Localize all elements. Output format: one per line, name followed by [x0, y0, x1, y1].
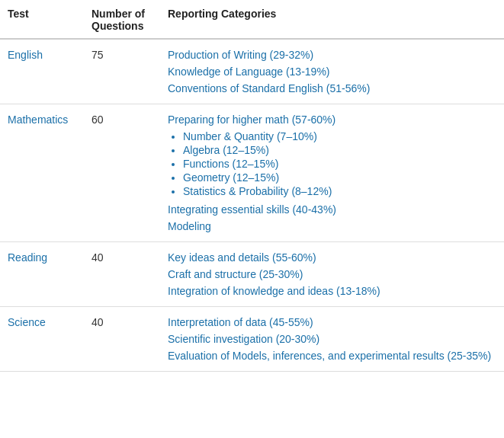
questions-cell: 40 [84, 307, 160, 372]
sub-category-list: Number & Quantity (7–10%)Algebra (12–15%… [168, 130, 496, 197]
category-link[interactable]: Modeling [168, 220, 496, 232]
test-cell: Mathematics [0, 104, 84, 242]
category-link[interactable]: Interpretation of data (45-55%) [168, 316, 496, 328]
table-row: Mathematics60Preparing for higher math (… [0, 104, 504, 242]
sub-category-item: Functions (12–15%) [183, 158, 496, 170]
sub-category-link[interactable]: Number & Quantity (7–10%) [183, 130, 317, 142]
test-link[interactable]: Science [8, 316, 46, 328]
test-link[interactable]: Reading [8, 251, 47, 264]
categories-cell: Interpretation of data (45-55%)Scientifi… [160, 307, 504, 372]
act-tests-table: Test Number of Questions Reporting Categ… [0, 0, 504, 372]
table-row: Science40Interpretation of data (45-55%)… [0, 307, 504, 372]
sub-category-item: Number & Quantity (7–10%) [183, 130, 496, 142]
header-row: Test Number of Questions Reporting Categ… [0, 0, 504, 39]
categories-cell: Preparing for higher math (57-60%)Number… [160, 104, 504, 242]
questions-number: 40 [91, 251, 104, 264]
questions-number: 60 [91, 113, 104, 126]
test-cell: Reading [0, 242, 84, 307]
questions-cell: 40 [84, 242, 160, 307]
category-link[interactable]: Scientific investigation (20-30%) [168, 333, 496, 345]
sub-category-link[interactable]: Algebra (12–15%) [183, 144, 269, 156]
questions-cell: 60 [84, 104, 160, 242]
categories-cell: Production of Writing (29-32%)Knowledge … [160, 39, 504, 104]
category-link[interactable]: Preparing for higher math (57-60%) [168, 113, 496, 126]
category-link[interactable]: Craft and structure (25-30%) [168, 268, 496, 280]
sub-category-item: Algebra (12–15%) [183, 144, 496, 156]
sub-category-item: Statistics & Probability (8–12%) [183, 185, 496, 197]
category-link[interactable]: Key ideas and details (55-60%) [168, 251, 496, 264]
category-link[interactable]: Production of Writing (29-32%) [168, 49, 496, 61]
category-link[interactable]: Integrating essential skills (40-43%) [168, 203, 496, 216]
sub-category-link[interactable]: Geometry (12–15%) [183, 171, 279, 184]
questions-cell: 75 [84, 39, 160, 104]
header-test: Test [0, 0, 84, 39]
category-link[interactable]: Conventions of Standard English (51-56%) [168, 82, 496, 94]
header-categories: Reporting Categories [160, 0, 504, 39]
sub-category-link[interactable]: Statistics & Probability (8–12%) [183, 185, 332, 197]
category-link[interactable]: Knowledge of Language (13-19%) [168, 66, 496, 78]
table-row: English75Production of Writing (29-32%)K… [0, 39, 504, 104]
category-link[interactable]: Integration of knowledge and ideas (13-1… [168, 285, 496, 297]
test-link[interactable]: Mathematics [8, 113, 68, 126]
table-header: Test Number of Questions Reporting Categ… [0, 0, 504, 39]
test-cell: English [0, 39, 84, 104]
questions-number: 75 [91, 49, 104, 61]
header-questions: Number of Questions [84, 0, 160, 39]
test-cell: Science [0, 307, 84, 372]
questions-number: 40 [91, 316, 104, 328]
table-row: Reading40Key ideas and details (55-60%)C… [0, 242, 504, 307]
category-link[interactable]: Evaluation of Models, inferences, and ex… [168, 350, 496, 362]
table-body: English75Production of Writing (29-32%)K… [0, 39, 504, 372]
sub-category-link[interactable]: Functions (12–15%) [183, 158, 278, 170]
categories-cell: Key ideas and details (55-60%)Craft and … [160, 242, 504, 307]
test-link[interactable]: English [8, 49, 43, 61]
sub-category-item: Geometry (12–15%) [183, 171, 496, 184]
